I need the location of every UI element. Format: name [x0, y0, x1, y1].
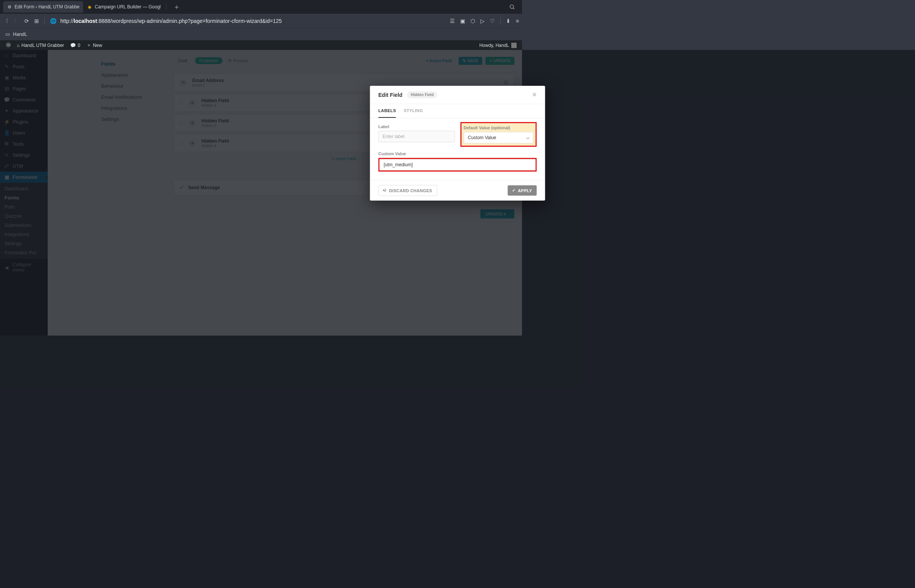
browser-search-icon[interactable]: [505, 4, 519, 10]
nav-back-icon[interactable]: 〈: [3, 18, 8, 24]
modal-body: Label Default Value (optional) Custom Va…: [370, 118, 522, 180]
wp-comments-link[interactable]: 💬 0: [67, 40, 84, 50]
wp-site-name: HandL UTM Grabber: [21, 43, 64, 48]
custom-value-highlight: [379, 158, 522, 171]
chat-icon[interactable]: ☰: [450, 18, 455, 24]
label-input[interactable]: [379, 131, 455, 142]
discard-label: DISCARD CHANGES: [389, 188, 432, 193]
camera-icon[interactable]: ▣: [460, 18, 465, 24]
bookmark-item[interactable]: HandL: [13, 32, 27, 37]
url-field[interactable]: http://localhost:8888/wordpress/wp-admin…: [60, 18, 446, 24]
wp-howdy[interactable]: Howdy, HandL: [479, 43, 519, 48]
browser-tab[interactable]: ◉ Campaign URL Builder — Googl: [83, 1, 164, 13]
modal-tabs: LABELS STYLING: [370, 104, 522, 118]
default-value-selected: Custom Value: [468, 135, 496, 141]
wp-admin-bar: ⓦ ⌂ HandL UTM Grabber 💬 0 ＋ New Howdy, H…: [0, 40, 522, 50]
discard-button[interactable]: ↻ DISCARD CHANGES: [379, 185, 437, 196]
tab-labels[interactable]: LABELS: [379, 104, 396, 118]
tab-title: Edit Form ‹ HandL UTM Grabbe: [15, 4, 79, 10]
field-type-badge: Hidden Field: [407, 91, 438, 99]
wp-favicon-icon: ⚙: [7, 4, 12, 10]
nav-forward-icon[interactable]: 〉: [14, 18, 19, 24]
default-value-select[interactable]: Custom Value: [463, 132, 522, 144]
grid-icon[interactable]: ⊞: [34, 18, 39, 24]
modal-footer: ↻ DISCARD CHANGES ✓ APPLY: [370, 180, 522, 200]
default-value-label: Default Value (optional): [463, 126, 522, 130]
tab-styling[interactable]: STYLING: [404, 104, 423, 118]
undo-icon: ↻: [382, 187, 388, 194]
google-favicon-icon: ◉: [87, 4, 92, 10]
wp-new-link[interactable]: ＋ New: [84, 40, 105, 50]
folder-icon: ▭: [5, 31, 10, 37]
wp-site-link[interactable]: ⌂ HandL UTM Grabber: [14, 40, 67, 50]
new-tab-button[interactable]: ＋: [168, 2, 185, 11]
wp-logo-icon[interactable]: ⓦ: [3, 40, 14, 50]
label-field-label: Label: [379, 124, 455, 129]
check-icon: ✓: [512, 188, 515, 193]
custom-value-input[interactable]: [380, 159, 522, 170]
url-host: localhost: [74, 18, 97, 24]
tab-title: Campaign URL Builder — Googl: [95, 4, 160, 10]
download-icon[interactable]: ⬇: [506, 18, 510, 24]
menu-icon[interactable]: ≡: [516, 18, 519, 24]
bookmark-bar: ▭ HandL: [0, 28, 522, 40]
browser-url-bar: 〈 〉 ⟳ ⊞ 🌐 http://localhost:8888/wordpres…: [0, 14, 522, 28]
custom-value-label: Custom Value: [379, 151, 522, 156]
apply-label: APPLY: [518, 188, 522, 193]
heart-icon[interactable]: ♡: [490, 18, 495, 24]
wp-new-label: New: [93, 43, 102, 48]
browser-tabs-bar: ⚙ Edit Form ‹ HandL UTM Grabbe ◉ Campaig…: [0, 0, 522, 14]
url-rest: :8888/wordpress/wp-admin/admin.php?page=…: [97, 18, 282, 24]
avatar: [511, 43, 517, 48]
apply-button[interactable]: ✓ APPLY: [507, 185, 522, 195]
modal-header: Edit Field Hidden Field ✕: [370, 86, 522, 104]
svg-line-1: [513, 8, 514, 9]
globe-icon[interactable]: 🌐: [50, 18, 57, 24]
shield-icon[interactable]: ⬡: [470, 18, 475, 24]
modal-title: Edit Field: [379, 92, 403, 98]
browser-tab-active[interactable]: ⚙ Edit Form ‹ HandL UTM Grabbe: [3, 1, 83, 13]
default-value-highlight: Default Value (optional) Custom Value: [460, 122, 522, 147]
wp-comments-count: 0: [78, 43, 81, 48]
edit-field-modal: Edit Field Hidden Field ✕ LABELS STYLING…: [370, 86, 522, 200]
svg-point-0: [510, 5, 513, 8]
send-icon[interactable]: ▷: [480, 18, 484, 24]
reload-icon[interactable]: ⟳: [24, 18, 29, 24]
wp-howdy-text: Howdy, HandL: [479, 43, 509, 48]
url-prefix: http://: [60, 18, 74, 24]
